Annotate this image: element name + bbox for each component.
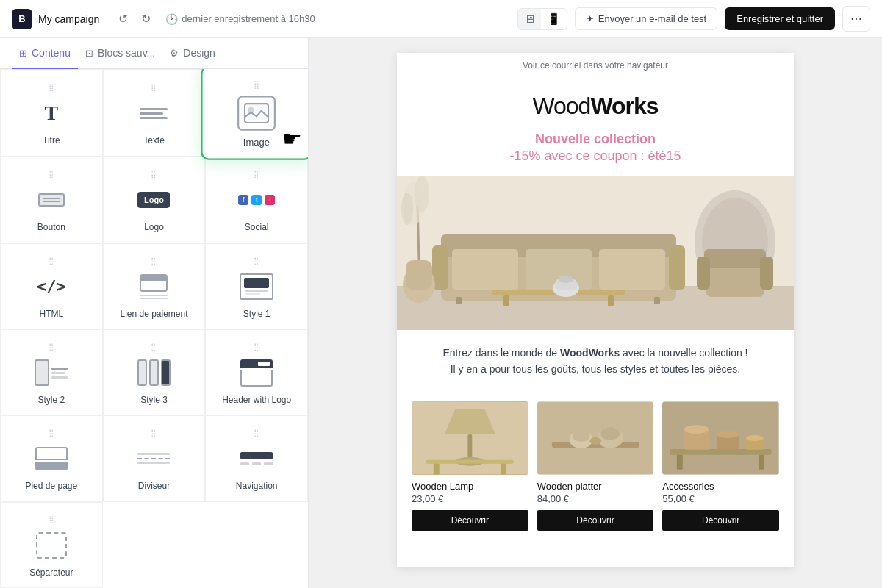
block-titre-label: Titre <box>43 135 60 146</box>
header-logo-icon <box>239 355 274 390</box>
footer-icon <box>34 441 69 476</box>
drag-handle: ⣿ <box>151 170 157 178</box>
topbar: B My campaign ↺ ↻ 🕐 dernier enregistreme… <box>0 0 882 38</box>
product-list: Wooden Lamp 23,00 € Découvrir <box>397 392 794 545</box>
svg-point-46 <box>572 430 589 442</box>
titre-icon: T <box>34 96 69 131</box>
drag-handle: ⣿ <box>254 81 260 90</box>
product-card-accessories: Accessories 55,00 € Découvrir <box>662 401 779 531</box>
block-style1[interactable]: ⣿ Style 1 <box>205 243 308 329</box>
block-social[interactable]: ⣿ f t i Social <box>205 157 308 243</box>
svg-rect-4 <box>245 293 260 295</box>
svg-point-55 <box>684 425 709 434</box>
send-test-button[interactable]: ✈ Envoyer un e-mail de test <box>575 7 717 30</box>
mobile-view-button[interactable]: 📱 <box>541 9 567 29</box>
tab-contenu-label: Contenu <box>32 47 71 59</box>
block-titre[interactable]: ⣿ T Titre <box>0 69 103 157</box>
svg-rect-2 <box>244 278 269 288</box>
block-separateur-label: Séparateur <box>29 567 73 578</box>
drag-handle: ⣿ <box>151 257 157 265</box>
svg-rect-53 <box>759 455 764 470</box>
product-price-accessories: 55,00 € <box>662 493 779 504</box>
block-navigation[interactable]: ⣿ Navigation <box>205 415 308 501</box>
svg-rect-16 <box>599 249 665 290</box>
brand-icon: B <box>12 9 32 29</box>
body-brand: WoodWorks <box>560 347 620 359</box>
topbar-actions: ↺ ↻ 🕐 dernier enregistrement à 16h30 <box>114 7 320 30</box>
block-diviseur[interactable]: ⣿ Diviseur <box>103 415 206 501</box>
image-icon <box>237 94 276 132</box>
send-icon: ✈ <box>586 13 594 24</box>
style2-icon <box>34 355 69 390</box>
drag-handle: ⣿ <box>151 343 157 351</box>
email-hero-image <box>397 176 794 330</box>
redo-button[interactable]: ↻ <box>137 7 155 30</box>
blocs-icon: ⊡ <box>85 48 93 59</box>
svg-point-32 <box>401 193 413 225</box>
svg-rect-14 <box>452 249 518 290</box>
svg-rect-20 <box>654 297 660 304</box>
product-btn-accessories[interactable]: Découvrir <box>662 510 779 531</box>
bouton-icon <box>34 182 69 218</box>
svg-rect-42 <box>501 463 506 474</box>
block-image[interactable]: ⣿ Image ☛ <box>201 69 308 160</box>
block-html[interactable]: ⣿ </> HTML <box>0 243 103 329</box>
drag-handle: ⣿ <box>49 515 54 523</box>
tab-contenu[interactable]: ⊞ Contenu <box>12 38 78 69</box>
brand-logo: B My campaign <box>12 9 99 29</box>
social-icon: f t i <box>239 182 274 218</box>
svg-point-48 <box>600 427 620 440</box>
product-btn-lamp[interactable]: Découvrir <box>412 510 528 531</box>
tab-design[interactable]: ⚙ Design <box>162 38 223 69</box>
topbar-right: 🖥 📱 ✈ Envoyer un e-mail de test Enregist… <box>517 6 870 32</box>
tab-blocs[interactable]: ⊡ Blocs sauv... <box>78 38 162 69</box>
style1-icon <box>239 269 274 304</box>
block-separateur[interactable]: ⣿ Séparateur <box>0 502 103 588</box>
tab-blocs-label: Blocs sauv... <box>98 47 155 59</box>
drag-handle: ⣿ <box>151 83 157 91</box>
block-style3[interactable]: ⣿ Style 3 <box>103 329 206 415</box>
undo-button[interactable]: ↺ <box>114 7 132 30</box>
svg-rect-36 <box>760 257 773 290</box>
product-btn-platter[interactable]: Découvrir <box>537 510 654 531</box>
block-style2[interactable]: ⣿ Style 2 <box>0 329 103 415</box>
product-name-platter: Wooden platter <box>537 481 654 492</box>
block-social-label: Social <box>245 222 269 232</box>
drag-handle: ⣿ <box>49 343 54 351</box>
product-name-lamp: Wooden Lamp <box>412 481 528 492</box>
block-texte[interactable]: ⣿ Texte <box>103 69 206 157</box>
block-texte-label: Texte <box>143 135 165 146</box>
block-diviseur-label: Diviseur <box>138 481 170 491</box>
panel-tabs: ⊞ Contenu ⊡ Blocs sauv... ⚙ Design <box>0 38 308 69</box>
separateur-icon <box>34 528 69 563</box>
block-payment[interactable]: ⣿ Lien de paiement <box>103 243 206 329</box>
block-bouton-label: Bouton <box>37 222 65 232</box>
email-body-text: Entrez dans le monde de WoodWorks avec l… <box>397 330 794 392</box>
blocks-grid: ⣿ T Titre ⣿ Texte ⣿ <box>0 69 308 588</box>
device-toggle: 🖥 📱 <box>517 8 567 30</box>
svg-rect-22 <box>503 295 509 306</box>
block-logo[interactable]: ⣿ Logo Logo <box>103 157 206 243</box>
svg-point-31 <box>415 176 429 212</box>
block-payment-label: Lien de paiement <box>120 309 187 319</box>
block-header-logo[interactable]: ⣿ Header with Logo <box>205 329 308 415</box>
svg-rect-35 <box>697 257 710 290</box>
desktop-view-button[interactable]: 🖥 <box>518 9 541 29</box>
cursor-icon: ☛ <box>283 126 303 153</box>
email-promo: Nouvelle collection -15% avec ce coupon … <box>397 126 794 176</box>
drag-handle: ⣿ <box>254 429 259 437</box>
block-bouton[interactable]: ⣿ Bouton <box>0 157 103 243</box>
block-html-label: HTML <box>39 309 63 319</box>
product-img-accessories <box>662 401 779 475</box>
svg-point-26 <box>559 276 573 283</box>
svg-point-57 <box>717 431 739 438</box>
save-quit-button[interactable]: Enregistrer et quitter <box>725 7 835 30</box>
clock-icon: 🕐 <box>165 13 178 25</box>
design-icon: ⚙ <box>170 48 179 59</box>
block-footer[interactable]: ⣿ Pied de page <box>0 415 103 501</box>
promo-title: Nouvelle collection <box>397 132 794 147</box>
drag-handle: ⣿ <box>49 170 54 178</box>
product-card-lamp: Wooden Lamp 23,00 € Découvrir <box>412 401 528 531</box>
svg-rect-38 <box>467 434 472 460</box>
more-options-button[interactable]: ⋯ <box>842 6 870 32</box>
